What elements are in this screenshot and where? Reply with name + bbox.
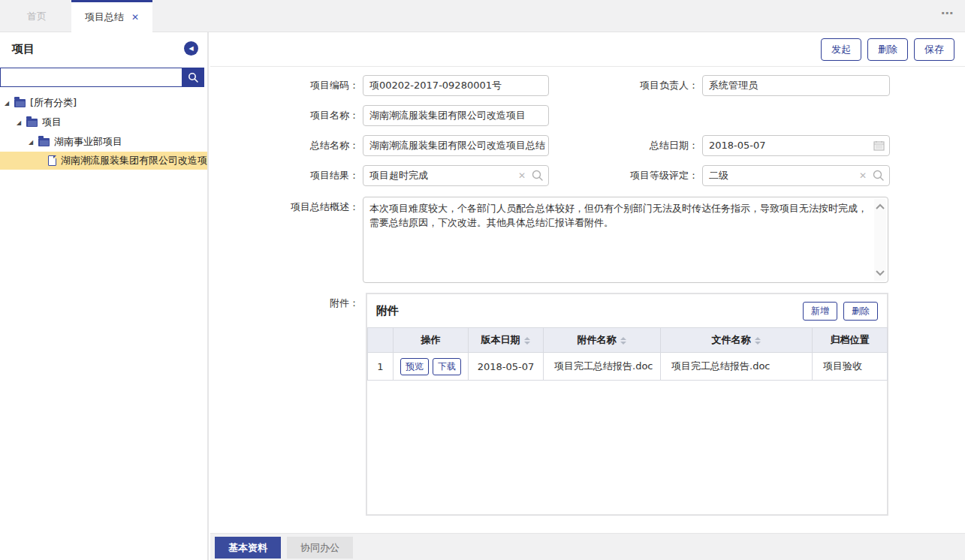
project-tree: ◢ [所有分类] ◢ 项目 ◢ 湖南事业部项目 湖南潮流服装集团有限公司改造项目 [0,93,207,170]
preview-button[interactable]: 预览 [400,358,429,375]
row-archive-location: 项目验收 [813,353,888,381]
column-header-operation: 操作 [394,328,469,353]
sort-icon[interactable] [620,337,627,345]
sidebar: 项目 ◀ ◢ [所有分类] ◢ 项目 ◢ [0,32,209,560]
project-name-field[interactable]: 湖南潮流服装集团有限公司改造项目 [363,105,549,126]
search-button[interactable] [182,68,204,87]
summary-name-label: 总结名称： [210,139,359,152]
project-grade-value: 二级 [709,170,728,181]
column-header-archive-location: 归档位置 [813,328,888,353]
more-menu-icon[interactable]: ⋯ [941,6,954,20]
column-header-file-name[interactable]: 文件名称 [661,328,813,353]
chevron-up-icon[interactable] [876,203,885,209]
row-attachment-name: 项目完工总结报告.doc [544,353,661,381]
download-button[interactable]: 下载 [433,358,461,375]
summary-overview-textarea[interactable]: 本次项目难度较大，个各部门人员配合总体较好，但仍有个别部门无法及时传达任务指示，… [363,197,888,283]
attachment-add-button[interactable]: 新增 [803,302,837,321]
bottom-tab-bar: 基本资料 协同办公 [210,533,965,560]
sidebar-collapse-button[interactable]: ◀ [184,41,198,56]
tree-node-selected-project[interactable]: 湖南潮流服装集团有限公司改造项目 [0,152,207,170]
attachments-header: 附件 新增 删除 [367,294,887,327]
attachments-title: 附件 [376,304,399,318]
main-panel: 发起 删除 保存 项目编码： 项00202-2017-09280001号 项目负… [210,32,965,560]
folder-icon [26,119,38,127]
sidebar-header: 项目 ◀ [0,32,207,65]
project-code-label: 项目编码： [210,79,359,92]
toolbar: 发起 删除 保存 [210,32,965,67]
lookup-icon[interactable] [532,170,544,182]
project-result-value: 项目超时完成 [369,170,428,181]
attachments-table: 操作 版本日期 附件名称 文件名称 归档位置 [367,327,888,381]
tree-node-label: 项目 [42,113,62,132]
row-select-header [368,328,394,353]
sort-icon[interactable] [755,337,761,345]
initiate-button[interactable]: 发起 [821,38,861,61]
expand-icon[interactable]: ◢ [29,139,35,146]
clear-icon[interactable]: ✕ [859,166,867,185]
calendar-icon[interactable] [873,140,885,151]
delete-button[interactable]: 删除 [867,38,908,61]
app-window: 首页 项目总结 ✕ ⋯ 项目 ◀ ◢ [所有分类] [0,0,965,560]
tab-project-summary[interactable]: 项目总结 ✕ [71,0,152,32]
save-button[interactable]: 保存 [914,38,954,61]
project-manager-label: 项目负责人： [556,79,698,92]
search-input[interactable] [0,68,204,87]
project-name-label: 项目名称： [210,109,359,122]
project-grade-field[interactable]: 二级 ✕ [702,165,890,186]
folder-icon [38,138,50,146]
tree-node-all-categories[interactable]: ◢ [所有分类] [0,93,207,113]
project-manager-field[interactable]: 系统管理员 [702,75,890,96]
column-header-attachment-name[interactable]: 附件名称 [544,328,661,353]
row-index: 1 [368,353,394,381]
summary-date-value: 2018-05-07 [709,140,766,151]
table-row[interactable]: 1 预览 下载 2018-05-07 项目完工总结报告.doc 项目完工总结报告… [368,353,888,381]
project-code-field[interactable]: 项00202-2017-09280001号 [363,75,549,96]
row-file-name: 项目完工总结报告.doc [661,353,813,381]
tree-node-label: 湖南事业部项目 [54,132,122,152]
close-icon[interactable]: ✕ [131,2,139,32]
tree-node-label: 湖南潮流服装集团有限公司改造项目 [61,152,207,170]
summary-name-field[interactable]: 湖南潮流服装集团有限公司改造项目总结 [363,135,549,156]
column-header-version-date[interactable]: 版本日期 [469,328,544,353]
attachment-delete-button[interactable]: 删除 [843,302,878,321]
top-tab-bar: 首页 项目总结 ✕ ⋯ [0,0,965,32]
document-icon [48,155,56,166]
tab-basic-info[interactable]: 基本资料 [215,537,281,558]
project-result-field[interactable]: 项目超时完成 ✕ [363,165,549,186]
expand-icon[interactable]: ◢ [5,100,11,107]
tree-node-hunan-division[interactable]: ◢ 湖南事业部项目 [0,132,207,152]
sidebar-search [0,68,204,87]
tab-project-summary-label: 项目总结 [85,2,124,32]
summary-overview-label: 项目总结概述： [210,200,359,214]
tree-node-project[interactable]: ◢ 项目 [0,113,207,132]
project-grade-label: 项目等级评定： [556,169,698,182]
summary-date-field[interactable]: 2018-05-07 [702,135,890,156]
clear-icon[interactable]: ✕ [518,166,526,185]
tree-node-label: [所有分类] [30,93,77,113]
project-result-label: 项目结果： [210,169,359,182]
chevron-down-icon[interactable] [876,270,885,276]
tab-collaboration[interactable]: 协同办公 [287,537,353,558]
search-icon [188,72,199,83]
expand-icon[interactable]: ◢ [17,119,23,126]
summary-date-label: 总结日期： [556,139,698,152]
sidebar-title: 项目 [12,42,35,56]
row-operations: 预览 下载 [394,353,469,381]
table-header-row: 操作 版本日期 附件名称 文件名称 归档位置 [368,328,888,353]
summary-overview-text: 本次项目难度较大，个各部门人员配合总体较好，但仍有个别部门无法及时传达任务指示，… [369,203,867,228]
row-version-date: 2018-05-07 [469,353,544,381]
tab-home[interactable]: 首页 [15,0,59,32]
attachments-panel: 附件 新增 删除 操作 [366,293,888,516]
textarea-scrollbar[interactable] [874,199,886,281]
lookup-icon[interactable] [873,170,885,182]
attachments-label: 附件： [210,297,359,310]
folder-icon [14,99,26,107]
sort-icon[interactable] [524,337,531,345]
